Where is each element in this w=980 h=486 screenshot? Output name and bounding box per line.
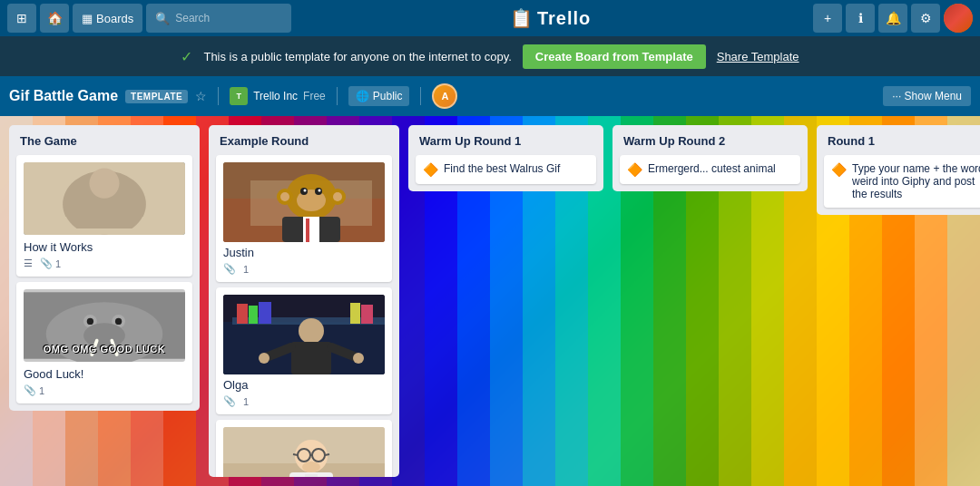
card-find-walrus[interactable]: 🔶 Find the best Walrus Gif <box>416 155 596 184</box>
add-button[interactable]: + <box>813 4 842 33</box>
monkey-svg <box>223 162 385 242</box>
card-round1-prompt[interactable]: 🔶 Type your name + the word weird into G… <box>824 155 980 208</box>
paperclip-icon-3: 📎 <box>223 263 236 275</box>
lists-container: The Game <box>9 125 980 477</box>
svg-rect-3 <box>82 194 127 231</box>
card-prompt-animal: 🔶 Ermergerd... cutest animal <box>627 162 793 177</box>
card-title-olga: Olga <box>223 378 385 392</box>
workspace-name: Trello Inc <box>253 90 298 102</box>
card-cutest-animal[interactable]: 🔶 Ermergerd... cutest animal <box>620 155 800 184</box>
home-icon-button[interactable]: ⊞ <box>7 4 36 33</box>
prompt-emoji-1: 🔶 <box>423 162 438 177</box>
divider-3 <box>420 87 421 105</box>
list-title-warm-up-2: Warm Up Round 2 <box>620 132 800 150</box>
prompt-emoji-3: 🔶 <box>831 162 847 177</box>
card-thinking[interactable] <box>216 420 392 477</box>
paperclip-icon: 📎 <box>40 258 53 269</box>
svg-rect-32 <box>306 219 309 242</box>
share-template-button[interactable]: Share Template <box>717 50 799 63</box>
nav-right-actions: + ℹ 🔔 ⚙ <box>813 4 973 33</box>
paperclip-icon-4: 📎 <box>223 395 236 407</box>
svg-rect-5 <box>84 201 100 205</box>
svg-point-25 <box>333 192 342 201</box>
nurse-svg <box>24 162 185 235</box>
show-menu-button[interactable]: ··· Show Menu <box>883 86 971 106</box>
card-meta-how-it-works: ☰ 📎 1 <box>24 258 185 269</box>
user-avatar[interactable] <box>944 4 973 33</box>
star-button[interactable]: ☆ <box>195 89 207 103</box>
card-image-nurse <box>24 162 185 235</box>
card-image-monkey <box>223 162 385 242</box>
svg-rect-0 <box>24 165 185 231</box>
card-olga[interactable]: Olga 📎 1 <box>216 287 392 414</box>
trello-logo: 📋 Trello <box>295 7 809 29</box>
svg-point-13 <box>115 318 122 325</box>
visibility-button[interactable]: 🌐 Public <box>348 86 410 106</box>
workspace-logo: T <box>230 87 248 105</box>
svg-rect-6 <box>69 195 84 205</box>
svg-rect-7 <box>123 195 139 205</box>
attachment-count-4: 1 <box>243 396 249 407</box>
svg-rect-31 <box>303 217 319 242</box>
svg-rect-42 <box>291 342 331 374</box>
notification-bell-button[interactable]: 🔔 <box>878 4 907 33</box>
card-title-how-it-works: How it Works <box>24 240 185 254</box>
svg-rect-4 <box>89 197 96 209</box>
svg-line-54 <box>325 454 329 455</box>
lock-icon: 🌐 <box>356 90 369 102</box>
template-badge: TEMPLATE <box>125 90 188 103</box>
svg-rect-37 <box>249 306 258 324</box>
card-image-travolta <box>223 295 385 374</box>
svg-point-41 <box>299 318 324 344</box>
card-title-good-luck: Good Luck! <box>24 367 185 381</box>
desc-icon-item: ☰ <box>24 258 33 269</box>
card-justin[interactable]: Justin 📎 1 <box>216 155 392 282</box>
list-warm-up-1: Warm Up Round 1 🔶 Find the best Walrus G… <box>408 125 603 191</box>
travolta-svg <box>223 295 385 374</box>
card-image-thinking <box>223 427 385 477</box>
attachment-count-2: 1 <box>39 385 44 396</box>
svg-rect-1 <box>24 165 185 231</box>
list-title-example-round: Example Round <box>216 132 392 150</box>
home-button[interactable]: 🏠 <box>40 4 69 33</box>
paperclip-icon-2: 📎 <box>24 384 36 396</box>
svg-point-46 <box>353 353 364 364</box>
banner-description: This is a public template for anyone on … <box>203 50 511 63</box>
create-board-button[interactable]: Create Board from Template <box>523 44 706 69</box>
workspace-info: T Trello Inc Free <box>230 87 326 105</box>
settings-button[interactable]: ⚙ <box>911 4 940 33</box>
divider <box>218 87 219 105</box>
avatar-image <box>944 4 973 33</box>
search-placeholder: Search <box>175 12 210 24</box>
prompt-text-3: Type your name + the word weird into Gip… <box>852 162 980 200</box>
svg-rect-57 <box>305 474 318 477</box>
visibility-label: Public <box>373 90 403 102</box>
search-icon: 🔍 <box>155 12 170 25</box>
walrus-text: OMG OMG GOOD LUCK <box>24 344 185 355</box>
list-the-game: The Game <box>9 125 200 411</box>
svg-point-24 <box>280 192 289 201</box>
attachment-count-3: 1 <box>243 264 249 275</box>
svg-rect-39 <box>350 303 360 324</box>
card-image-walrus: OMG OMG GOOD LUCK <box>24 289 185 362</box>
attachment-count: 1 <box>55 258 61 269</box>
prompt-text-1: Find the best Walrus Gif <box>444 162 560 175</box>
trello-icon: 📋 <box>510 7 534 29</box>
member-avatar[interactable]: A <box>432 83 457 109</box>
board-content: The Game <box>0 116 980 486</box>
card-meta-justin: 📎 1 <box>223 263 385 275</box>
list-round-1: Round 1 🔶 Type your name + the word weir… <box>817 125 980 215</box>
card-good-luck[interactable]: OMG OMG GOOD LUCK Good Luck! 📎 1 <box>16 282 192 403</box>
thinking-svg <box>223 427 385 477</box>
svg-point-45 <box>259 353 270 364</box>
list-example-round: Example Round <box>209 125 399 477</box>
prompt-text-2: Ermergerd... cutest animal <box>648 162 776 175</box>
card-title-justin: Justin <box>223 246 385 259</box>
board-title: Gif Battle Game <box>9 88 118 104</box>
card-prompt-round1: 🔶 Type your name + the word weird into G… <box>831 162 980 200</box>
boards-button[interactable]: ▦ Boards <box>73 4 142 33</box>
card-how-it-works[interactable]: How it Works ☰ 📎 1 <box>16 155 192 277</box>
search-box[interactable]: 🔍 Search <box>146 4 291 33</box>
divider-2 <box>337 87 338 105</box>
info-button[interactable]: ℹ <box>846 4 875 33</box>
